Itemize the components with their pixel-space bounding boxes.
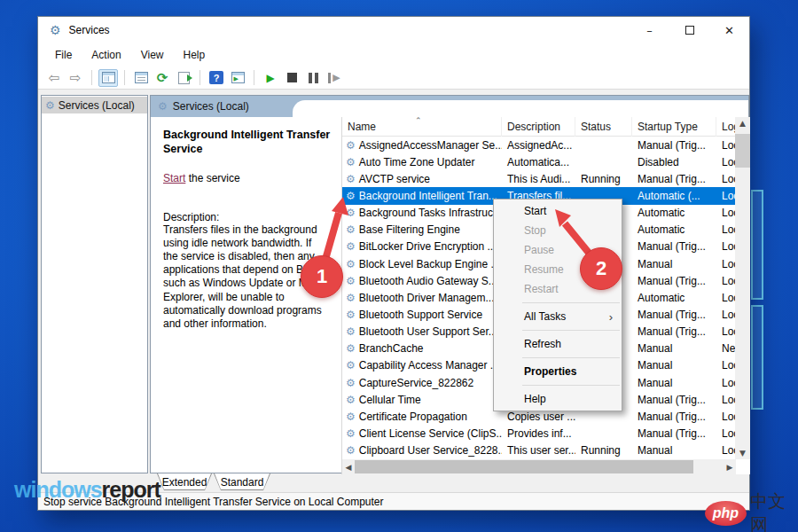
service-name: Cellular Time — [359, 394, 421, 406]
service-cell: Manual (Trig... — [632, 394, 716, 406]
service-name: CaptureService_822862 — [359, 377, 473, 389]
service-cell: Loc — [716, 309, 736, 321]
service-gear-icon: ⚙ — [346, 359, 356, 372]
table-row[interactable]: ⚙Client License Service (ClipS...Provide… — [342, 425, 736, 442]
annotation-step-2: 2 — [580, 247, 622, 290]
console-tree-panel: ⚙ Services (Local) — [41, 95, 148, 473]
services-gear-icon: ⚙ — [45, 99, 55, 112]
service-gear-icon: ⚙ — [346, 427, 356, 440]
export-list-button[interactable] — [174, 69, 193, 87]
service-cell: Running — [575, 173, 632, 185]
column-header-startup-type[interactable]: Startup Type — [632, 117, 716, 137]
service-name-cell: ⚙Cellular Time — [342, 394, 502, 406]
service-cell: Manual — [632, 444, 716, 457]
wallpaper-logo-fragment — [751, 305, 763, 410]
toolbar-separator — [91, 70, 92, 85]
scroll-left-icon[interactable]: ◀ — [342, 463, 355, 472]
service-name-cell: ⚙Background Intelligent Tran... — [342, 190, 502, 202]
horizontal-scroll-thumb[interactable] — [355, 460, 693, 473]
start-service-link[interactable]: Start — [163, 172, 185, 184]
column-header-status[interactable]: Status — [575, 117, 632, 137]
menu-file[interactable]: File — [55, 49, 72, 61]
service-name: Bluetooth Driver Managem... — [359, 292, 495, 304]
forward-button[interactable]: ⇨ — [66, 69, 85, 87]
table-row[interactable]: ⚙Clipboard User Service_8228...This user… — [342, 442, 736, 459]
context-menu-item-all-tasks[interactable]: All Tasks› — [494, 307, 622, 326]
properties-button[interactable] — [131, 69, 151, 87]
menu-view[interactable]: View — [141, 49, 164, 61]
service-action-line: Start the service — [163, 172, 332, 184]
minimize-button[interactable]: – — [630, 17, 669, 43]
scroll-right-icon[interactable]: ▶ — [724, 463, 736, 472]
refresh-icon: ⟳ — [157, 70, 168, 86]
toolbar: ⇦ ⇨ ⟳ ? ▶ ▶ — [38, 66, 749, 90]
vertical-scroll-thumb[interactable] — [735, 134, 750, 168]
context-menu-item-help[interactable]: Help — [494, 389, 622, 409]
start-service-icon: ▶ — [266, 72, 274, 84]
windowsreport-watermark: windowsreport — [14, 477, 160, 503]
horizontal-scrollbar[interactable]: ◀ ▶ — [342, 459, 736, 474]
service-cell: Manual (Trig... — [632, 309, 716, 321]
service-name-cell: ⚙Capability Access Manager ... — [342, 359, 502, 372]
maximize-button[interactable] — [669, 17, 709, 43]
vertical-scrollbar[interactable]: ▲ ▼ — [735, 117, 750, 459]
scroll-down-icon[interactable]: ▼ — [735, 449, 750, 458]
context-menu-separator — [522, 330, 620, 331]
menu-help[interactable]: Help — [184, 49, 206, 61]
service-cell: Manual — [632, 377, 716, 389]
table-row[interactable]: ⚙Auto Time Zone UpdaterAutomatica...Disa… — [342, 153, 736, 170]
tab-label: Standard — [214, 473, 270, 490]
service-gear-icon: ⚙ — [346, 309, 356, 321]
tab-standard[interactable]: Standard — [214, 473, 270, 490]
tree-item-services-local[interactable]: ⚙ Services (Local) — [42, 97, 147, 113]
selected-service-title: Background Intelligent Transfer Service — [163, 128, 332, 157]
context-menu: StartStopPauseResumeRestartAll Tasks›Ref… — [493, 199, 622, 411]
stop-service-button[interactable] — [282, 69, 301, 87]
close-icon: ✕ — [724, 24, 734, 37]
service-action-suffix: the service — [185, 172, 239, 184]
watermark-text-blue: windows — [14, 477, 102, 502]
table-row[interactable]: ⚙AssignedAccessManager Se...AssignedAc..… — [342, 137, 736, 153]
column-header-description[interactable]: Description — [502, 117, 575, 137]
service-cell: Loc — [716, 292, 736, 304]
scroll-up-icon[interactable]: ▲ — [735, 119, 750, 128]
restart-service-button[interactable]: ▶ — [325, 69, 344, 87]
refresh-button[interactable]: ⟳ — [153, 69, 172, 87]
context-menu-item-properties[interactable]: Properties — [494, 362, 622, 381]
back-icon: ⇦ — [49, 70, 60, 86]
services-gear-icon: ⚙ — [158, 100, 168, 113]
sort-ascending-icon: ⌃ — [415, 116, 422, 125]
service-cell: Manual — [632, 342, 716, 355]
show-action-pane-button[interactable] — [228, 69, 247, 87]
context-menu-item-start[interactable]: Start — [494, 201, 622, 221]
table-row[interactable]: ⚙AVCTP serviceThis is Audi...RunningManu… — [342, 170, 736, 187]
tab-extended[interactable]: Extended — [157, 473, 212, 490]
php-cn-watermark: php 中文网 — [705, 489, 798, 532]
start-service-button[interactable]: ▶ — [261, 69, 280, 87]
service-name: BranchCache — [359, 342, 424, 355]
stop-service-icon — [287, 73, 297, 82]
context-menu-item-refresh[interactable]: Refresh — [494, 334, 622, 354]
export-list-icon — [178, 72, 190, 84]
service-name: Background Tasks Infrastruc... — [359, 207, 502, 219]
menu-action[interactable]: Action — [91, 49, 121, 61]
title-bar[interactable]: ⚙ Services – ✕ — [38, 17, 749, 43]
column-header-name[interactable]: Name — [342, 117, 502, 137]
services-gear-icon: ⚙ — [50, 23, 61, 37]
service-gear-icon: ⚙ — [346, 139, 356, 152]
column-header-log[interactable]: Log — [716, 117, 736, 137]
close-button[interactable]: ✕ — [709, 17, 749, 43]
service-gear-icon: ⚙ — [346, 275, 356, 287]
service-cell: Loc — [716, 139, 736, 152]
help-button[interactable]: ? — [207, 69, 226, 87]
help-icon: ? — [209, 71, 223, 84]
service-cell: Manual — [632, 258, 716, 270]
show-console-tree-button[interactable] — [98, 69, 118, 87]
service-gear-icon: ⚙ — [346, 394, 356, 406]
pause-service-button[interactable] — [303, 69, 323, 87]
service-cell: Loc — [716, 156, 736, 168]
service-cell: Loc — [716, 173, 736, 185]
service-cell: Loc — [716, 207, 736, 219]
back-button[interactable]: ⇦ — [44, 69, 64, 87]
service-cell: Loc — [716, 411, 736, 423]
